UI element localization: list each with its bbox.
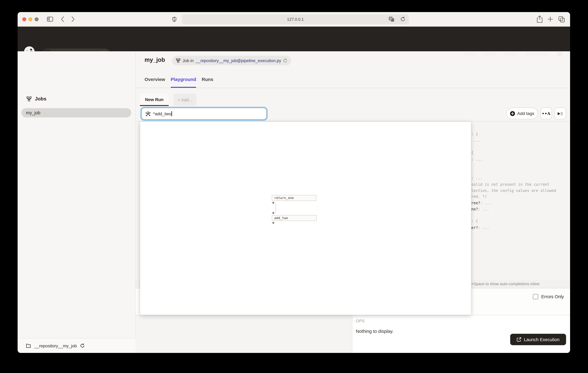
- add-run-config-tab[interactable]: + Add...: [174, 94, 196, 106]
- external-launch-icon: [517, 337, 521, 342]
- page-title: my_job: [145, 56, 165, 63]
- launch-execution-button[interactable]: Launch Execution: [510, 334, 566, 345]
- app-header: Search... / Runs Assets Status Workspace…: [18, 27, 570, 51]
- close-window-button[interactable]: [22, 17, 26, 21]
- shorthand-toggle-button[interactable]: ••A: [540, 108, 552, 119]
- sidebar-toggle-icon[interactable]: [47, 17, 53, 22]
- ops-section-title: OPS: [356, 318, 365, 323]
- code-line: : {: [471, 131, 478, 137]
- job-tabs: Overview Playground Runs: [145, 77, 213, 88]
- job-origin-badge: Job in __repository__my_job@pipeline_exe…: [172, 56, 291, 65]
- code-line: ne?: ...: [471, 207, 489, 212]
- new-tab-icon[interactable]: [547, 16, 553, 22]
- nav-assets[interactable]: Assets: [483, 51, 497, 56]
- nav-status[interactable]: Status: [505, 51, 518, 56]
- code-line: : {: [471, 218, 478, 224]
- job-graph-icon: [27, 96, 32, 101]
- reload-repository-icon[interactable]: [80, 343, 85, 348]
- code-line: er?: ...: [471, 225, 489, 230]
- op-selector-input[interactable]: *add_two: [141, 108, 266, 120]
- privacy-shield-icon[interactable]: [172, 17, 176, 22]
- translate-icon[interactable]: A: [389, 17, 394, 22]
- browser-toolbar: 127.0.0.1 A: [18, 12, 570, 27]
- errors-only-checkbox[interactable]: [533, 294, 538, 299]
- share-icon[interactable]: [537, 15, 543, 23]
- plus-circle-icon: [510, 111, 515, 116]
- jobs-section-title: Jobs: [35, 96, 46, 102]
- errors-only-label: Errors Only: [541, 294, 564, 299]
- sidebar-item-my-job[interactable]: my_job: [21, 108, 131, 117]
- browser-window: 127.0.0.1 A: [18, 12, 570, 353]
- op-node-add-two[interactable]: add_two: [272, 215, 316, 221]
- jobs-sidebar: Jobs my_job __repository__my_job: [18, 51, 136, 353]
- gear-icon[interactable]: ⚙: [557, 50, 563, 57]
- new-run-tab[interactable]: New Run: [140, 94, 169, 106]
- input-port[interactable]: [272, 212, 274, 214]
- text-caret: [172, 111, 172, 116]
- nav-workspace[interactable]: Workspace: [526, 51, 549, 56]
- job-graph-icon: [176, 58, 180, 63]
- tab-playground[interactable]: Playground: [171, 77, 196, 88]
- output-port[interactable]: [272, 202, 274, 204]
- reload-icon[interactable]: [283, 58, 287, 63]
- back-icon[interactable]: [61, 16, 64, 22]
- errors-only-control[interactable]: Errors Only: [533, 294, 564, 299]
- badge-prefix: Job in: [182, 58, 194, 63]
- graph-preview-panel: return_one add_two: [140, 122, 471, 315]
- autocomplete-hint: +Space to show auto-completions inline.: [471, 280, 540, 288]
- tab-runs[interactable]: Runs: [202, 77, 213, 88]
- code-line: red. */: [471, 194, 487, 199]
- bottom-left-area: [136, 315, 352, 353]
- op-selector-icon: [146, 111, 151, 117]
- add-tags-label: Add tags: [517, 111, 535, 116]
- zoom-window-button[interactable]: [35, 17, 39, 21]
- op-selector-value: *add_two: [153, 108, 172, 119]
- launch-execution-label: Launch Execution: [524, 337, 560, 342]
- code-line: ...: [473, 138, 480, 143]
- ops-empty-message: Nothing to display.: [356, 329, 394, 334]
- url-text: 127.0.0.1: [182, 14, 409, 24]
- code-line: : ...: [471, 157, 482, 162]
- repository-row[interactable]: __repository__my_job: [18, 338, 136, 353]
- code-line: {: [471, 150, 473, 155]
- add-tags-button[interactable]: Add tags: [506, 108, 538, 119]
- repository-name: __repository__my_job: [34, 343, 77, 348]
- job-name: my_job: [21, 108, 131, 117]
- code-line: ree?: ...: [471, 200, 491, 206]
- code-line: lection, the config values are allowed: [471, 188, 556, 193]
- forward-icon[interactable]: [71, 16, 75, 22]
- tab-overview-icon[interactable]: [558, 16, 565, 22]
- address-bar[interactable]: 127.0.0.1 A: [182, 14, 409, 24]
- reload-icon[interactable]: [400, 17, 405, 22]
- tabs-divider: [136, 88, 570, 88]
- graph-edge: [275, 203, 276, 213]
- output-port[interactable]: [272, 222, 274, 224]
- op-node-return-one[interactable]: return_one: [272, 195, 316, 201]
- folder-icon: [26, 343, 31, 348]
- scaffold-config-button[interactable]: ▶▯: [555, 108, 566, 119]
- code-line: solid is not present in the current: [471, 182, 549, 187]
- tab-overview[interactable]: Overview: [145, 77, 165, 88]
- code-line: : ...: [471, 175, 482, 181]
- top-navigation: Runs Assets Status Workspace ⚙: [464, 41, 563, 66]
- badge-repo-link[interactable]: __repository__my_job@pipeline_execution.…: [196, 58, 281, 63]
- jobs-section-header: Jobs: [27, 96, 46, 102]
- nav-runs[interactable]: Runs: [464, 51, 475, 56]
- minimize-window-button[interactable]: [28, 17, 32, 21]
- desktop: 127.0.0.1 A: [0, 0, 588, 373]
